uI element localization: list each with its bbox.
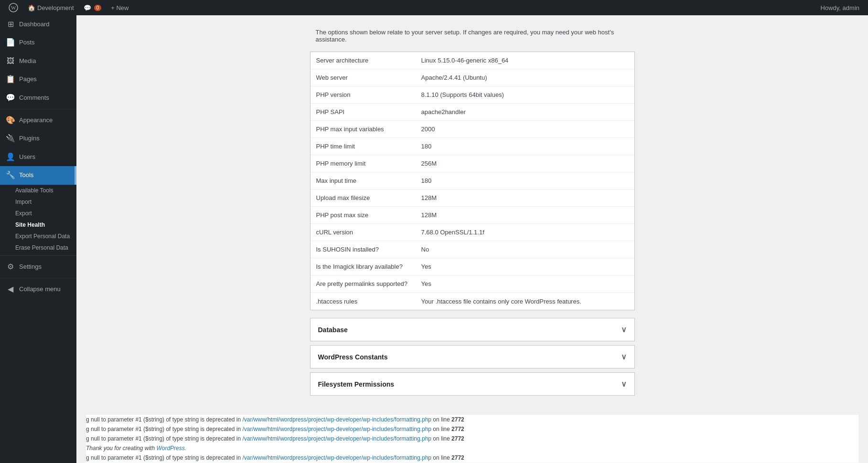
server-info-row: Server architecture Linux 5.15.0-46-gene… <box>311 52 634 69</box>
wordpress-icon: W <box>9 3 18 12</box>
server-info-row: PHP SAPI apache2handler <box>311 104 634 121</box>
sidebar-item-media[interactable]: 🖼 Media <box>0 52 76 70</box>
error-file-link[interactable]: /var/www/html/wordpress/project/wp-devel… <box>243 426 432 432</box>
submenu-available-tools[interactable]: Available Tools <box>0 185 76 196</box>
collapsible-header-wp-constants[interactable]: WordPress Constants ∨ <box>311 346 634 368</box>
admin-bar: W 🏠 Development 💬 0 + New Howdy, admin <box>0 0 868 15</box>
sidebar-item-pages[interactable]: 📋 Pages <box>0 70 76 88</box>
wordpress-link[interactable]: WordPress. <box>156 445 186 452</box>
server-info-label: PHP version <box>311 87 416 102</box>
error-file-link[interactable]: /var/www/html/wordpress/project/wp-devel… <box>243 416 432 423</box>
server-info-label: PHP max input variables <box>311 122 416 137</box>
available-tools-label: Available Tools <box>15 187 54 194</box>
chevron-down-icon: ∨ <box>621 352 627 361</box>
server-info-row: PHP max input variables 2000 <box>311 121 634 138</box>
menu-separator-3 <box>0 278 76 278</box>
collapse-label: Collapse menu <box>19 285 61 294</box>
submenu-site-health[interactable]: Site Health <box>0 219 76 231</box>
server-info-value: 8.1.10 (Supports 64bit values) <box>416 87 634 102</box>
svg-text:W: W <box>11 5 16 11</box>
server-info-value: apache2handler <box>416 105 634 119</box>
server-info-label: PHP memory limit <box>311 156 416 171</box>
server-info-value: Your .htaccess file contains only core W… <box>416 294 634 309</box>
users-icon: 👤 <box>6 152 15 162</box>
server-info-row: Upload max filesize 128M <box>311 189 634 207</box>
collapsible-header-database[interactable]: Database ∨ <box>311 318 634 341</box>
sidebar-item-comments[interactable]: 💬 Comments <box>0 89 76 107</box>
error-file-link[interactable]: /var/www/html/wordpress/project/wp-devel… <box>243 435 432 442</box>
comments-button[interactable]: 💬 0 <box>80 0 106 15</box>
server-info-row: PHP memory limit 256M <box>311 155 634 172</box>
error-log-line: g null to parameter #1 ($string) of type… <box>86 434 858 443</box>
server-info-row: PHP time limit 180 <box>311 138 634 155</box>
error-file-link[interactable]: /var/www/html/wordpress/project/wp-devel… <box>243 454 432 461</box>
submenu-export-personal-data[interactable]: Export Personal Data <box>0 231 76 242</box>
sidebar-item-users[interactable]: 👤 Users <box>0 148 76 166</box>
submenu-erase-personal-data[interactable]: Erase Personal Data <box>0 242 76 253</box>
submenu-export[interactable]: Export <box>0 208 76 219</box>
chevron-down-icon: ∨ <box>621 325 627 334</box>
server-info-row: Max input time 180 <box>311 172 634 189</box>
server-info-row: Are pretty permalinks supported? Yes <box>311 275 634 293</box>
server-info-label: cURL version <box>311 225 416 240</box>
sidebar-item-tools[interactable]: 🔧 Tools <box>0 166 76 184</box>
server-info-value: 180 <box>416 139 634 154</box>
collapsible-header-filesystem-permissions[interactable]: Filesystem Permissions ∨ <box>311 373 634 395</box>
server-info-value: 128M <box>416 208 634 222</box>
server-info-value: Yes <box>416 276 634 291</box>
server-info-label: Web server <box>311 70 416 85</box>
tools-label: Tools <box>19 171 33 179</box>
error-log-line: g null to parameter #1 ($string) of type… <box>86 424 858 434</box>
plugins-icon: 🔌 <box>6 133 15 144</box>
collapsible-label-database: Database <box>318 326 348 334</box>
import-label: Import <box>15 199 32 205</box>
site-health-label: Site Health <box>15 221 45 228</box>
users-label: Users <box>19 153 35 161</box>
active-indicator <box>75 166 76 184</box>
wp-logo-button[interactable]: W <box>5 0 22 15</box>
comments-nav-icon: 💬 <box>6 93 15 103</box>
server-notice-text: The options shown below relate to your s… <box>316 29 614 43</box>
error-log: g null to parameter #1 ($string) of type… <box>86 415 858 463</box>
menu-separator-1 <box>0 109 76 109</box>
collapsible-label-filesystem-permissions: Filesystem Permissions <box>318 380 395 388</box>
collapse-menu-button[interactable]: ◀ Collapse menu <box>0 280 76 298</box>
server-info-row: Is the Imagick library available? Yes <box>311 258 634 275</box>
site-name-button[interactable]: 🏠 Development <box>24 0 78 15</box>
sidebar-item-posts[interactable]: 📄 Posts <box>0 33 76 52</box>
main-content: The options shown below relate to your s… <box>76 15 868 463</box>
sidebar-item-settings[interactable]: ⚙ Settings <box>0 258 76 276</box>
media-label: Media <box>19 57 36 65</box>
server-info-value: Yes <box>416 259 634 274</box>
chevron-down-icon: ∨ <box>621 379 627 389</box>
posts-icon: 📄 <box>6 37 15 48</box>
server-info-label: .htaccess rules <box>311 294 416 309</box>
site-name: Development <box>37 4 74 11</box>
sidebar-item-dashboard[interactable]: ⊞ Dashboard <box>0 15 76 33</box>
error-log-line: Thank you for creating with WordPress. <box>86 443 858 453</box>
posts-label: Posts <box>19 38 35 47</box>
collapsible-database: Database ∨ <box>310 318 635 341</box>
new-label: + New <box>111 4 129 11</box>
collapsible-label-wp-constants: WordPress Constants <box>318 353 388 361</box>
server-info-label: PHP SAPI <box>311 105 416 119</box>
comment-icon: 💬 <box>84 4 91 11</box>
dashboard-icon: ⊞ <box>6 19 15 30</box>
settings-icon: ⚙ <box>6 262 15 272</box>
sidebar-item-plugins[interactable]: 🔌 Plugins <box>0 129 76 147</box>
server-info-row: Web server Apache/2.4.41 (Ubuntu) <box>311 69 634 86</box>
collapse-icon: ◀ <box>6 284 15 295</box>
server-info-value: No <box>416 242 634 257</box>
plugins-label: Plugins <box>19 134 40 143</box>
server-info-row: Is SUHOSIN installed? No <box>311 241 634 258</box>
erase-personal-data-label: Erase Personal Data <box>15 244 68 251</box>
server-info-row: PHP version 8.1.10 (Supports 64bit value… <box>311 86 634 104</box>
server-info-label: PHP post max size <box>311 208 416 222</box>
new-content-button[interactable]: + New <box>107 0 132 15</box>
comments-count: 0 <box>94 5 102 11</box>
server-info-label: Server architecture <box>311 53 416 68</box>
submenu-import[interactable]: Import <box>0 196 76 208</box>
server-info-value: Linux 5.15.0-46-generic x86_64 <box>416 53 634 68</box>
sidebar-item-appearance[interactable]: 🎨 Appearance <box>0 111 76 129</box>
export-label: Export <box>15 210 32 217</box>
